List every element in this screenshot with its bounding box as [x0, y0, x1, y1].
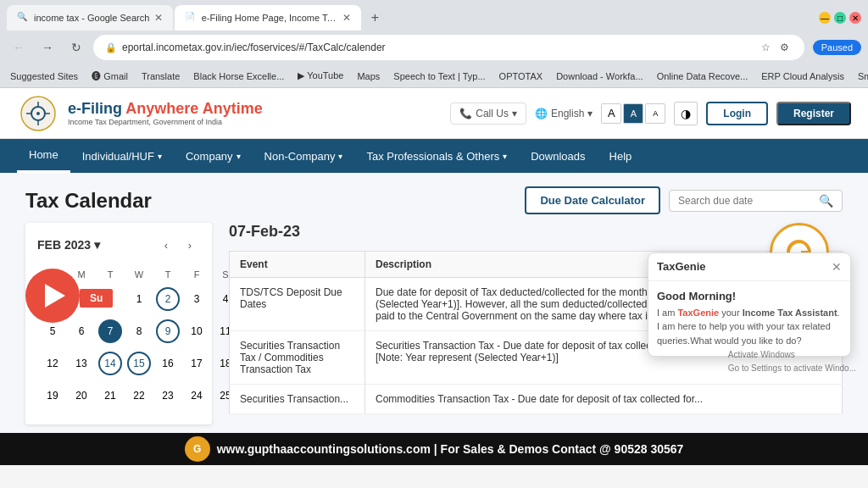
nav-individual-arrow: ▾: [158, 152, 162, 161]
event-cell-1: Securities Transaction Tax / Commodities…: [230, 331, 365, 385]
cal-day-6[interactable]: 6: [68, 316, 95, 347]
nav-noncompany[interactable]: Non-Company ▾: [253, 139, 355, 173]
address-bar[interactable]: 🔒 eportal.incometax.gov.in/iec/foservice…: [93, 35, 804, 60]
calendar-prev-button[interactable]: ‹: [156, 235, 176, 255]
cal-day-22[interactable]: 22: [125, 380, 153, 411]
tab-2-favicon: 📄: [185, 12, 196, 24]
nav-home[interactable]: Home: [17, 139, 70, 173]
search-icon[interactable]: 🔍: [819, 194, 833, 208]
bookmark-star-icon[interactable]: ☆: [759, 40, 774, 55]
calendar-panel: FEB 2023 ▾ ‹ › S M T W: [25, 223, 212, 424]
nav-home-label: Home: [29, 148, 58, 161]
cal-day-17[interactable]: 17: [183, 348, 210, 379]
tab-1[interactable]: 🔍 income tax - Google Search ✕: [7, 5, 173, 30]
nav-company-label: Company: [186, 150, 233, 163]
register-button[interactable]: Register: [776, 102, 851, 125]
taxgenie-brand: TaxGenie: [677, 308, 719, 318]
back-button[interactable]: ←: [7, 36, 31, 59]
cal-day-14[interactable]: 14: [97, 348, 124, 379]
cal-header-t2: T: [154, 267, 181, 282]
cal-day-19[interactable]: 19: [39, 380, 66, 411]
text-size-medium[interactable]: A: [623, 103, 643, 124]
video-play-button[interactable]: [25, 269, 80, 323]
bottom-banner: G www.gupthaaccountingsolutions.com | Fo…: [0, 433, 868, 465]
taxgenie-greeting: Good Morning!: [657, 290, 842, 302]
cal-day-1[interactable]: 1: [125, 284, 153, 314]
nav-help[interactable]: Help: [598, 139, 644, 173]
calendar-month-label[interactable]: FEB 2023 ▾: [37, 238, 100, 252]
nav-downloads[interactable]: Downloads: [519, 139, 597, 173]
extension-icon[interactable]: ⚙: [777, 40, 793, 55]
bookmark-download[interactable]: Download - Workfa...: [553, 69, 647, 83]
search-input[interactable]: [678, 195, 814, 207]
calendar-next-button[interactable]: ›: [180, 235, 200, 255]
cal-day-7[interactable]: 7: [97, 316, 124, 347]
nav-company[interactable]: Company ▾: [174, 139, 253, 173]
nav-individual[interactable]: Individual/HUF ▾: [70, 139, 174, 173]
cal-week-1: 5 6 7 8 9 10 11: [39, 316, 239, 347]
su-button[interactable]: Su: [80, 289, 113, 308]
event-cell-0: TDS/TCS Deposit Due Dates: [230, 278, 365, 331]
text-size-large[interactable]: A: [601, 103, 621, 124]
tab-1-close[interactable]: ✕: [154, 12, 163, 24]
page-title-area: Tax Calendar Due Date Calculator 🔍: [0, 173, 868, 214]
lock-icon: 🔒: [105, 42, 117, 53]
cal-day-9[interactable]: 9: [154, 316, 181, 347]
cal-day-8[interactable]: 8: [125, 316, 153, 347]
bookmark-optotax[interactable]: OPTOTAX: [496, 69, 547, 83]
bookmark-suggested-sites[interactable]: Suggested Sites: [7, 69, 81, 83]
minimize-button[interactable]: —: [819, 12, 831, 24]
tab-2[interactable]: 📄 e-Filing Home Page, Income Tax... ✕: [175, 5, 361, 30]
call-us-button[interactable]: 📞 Call Us ▾: [450, 103, 526, 125]
due-date-calculator-button[interactable]: Due Date Calculator: [525, 186, 660, 214]
call-us-arrow: ▾: [512, 108, 517, 119]
taxgenie-close-button[interactable]: ✕: [832, 260, 842, 274]
taxgenie-body: Good Morning! I am TaxGenie your Income …: [648, 281, 850, 357]
bookmark-smallpdf[interactable]: Smallpdf.com - A Fr...: [854, 69, 868, 83]
taxgenie-popup: TaxGenie ✕ Good Morning! I am TaxGenie y…: [648, 252, 851, 358]
cal-week-3: 19 20 21 22 23 24 25: [39, 380, 239, 411]
new-tab-button[interactable]: +: [363, 6, 387, 30]
activate-windows-notice: Activate Windows Go to Settings to activ…: [728, 348, 856, 375]
page-title: Tax Calendar: [25, 189, 152, 213]
bookmark-online-data[interactable]: Online Data Recove...: [654, 69, 752, 83]
search-box: 🔍: [669, 190, 843, 212]
nav-help-label: Help: [609, 150, 632, 163]
tab-2-close[interactable]: ✕: [342, 12, 351, 24]
cal-day-21[interactable]: 21: [97, 380, 124, 411]
cal-day-15[interactable]: 15: [125, 348, 153, 379]
cal-day-23[interactable]: 23: [154, 380, 181, 411]
login-button[interactable]: Login: [706, 102, 768, 125]
bookmark-erp[interactable]: ERP Cloud Analysis: [758, 69, 848, 83]
bookmark-translate[interactable]: Translate: [138, 69, 183, 83]
close-button[interactable]: ✕: [849, 12, 861, 24]
contrast-button[interactable]: ◑: [674, 102, 698, 125]
bookmark-youtube[interactable]: ▶ YouTube: [294, 69, 347, 83]
calendar-card: FEB 2023 ▾ ‹ › S M T W: [25, 223, 212, 424]
bookmark-maps[interactable]: Maps: [353, 69, 383, 83]
maximize-button[interactable]: □: [834, 12, 846, 24]
tab-1-title: income tax - Google Search: [34, 13, 149, 23]
cal-day-16[interactable]: 16: [154, 348, 181, 379]
logo-text: e-Filing Anywhere Anytime Income Tax Dep…: [68, 100, 263, 126]
bookmark-blackhorse[interactable]: Black Horse Excelle...: [190, 69, 287, 83]
bookmark-gmail[interactable]: 🅖 Gmail: [88, 69, 131, 83]
cal-day-2[interactable]: 2: [154, 284, 181, 314]
reload-button[interactable]: ↻: [64, 36, 88, 59]
cal-day-20[interactable]: 20: [68, 380, 95, 411]
cal-day-3[interactable]: 3: [183, 284, 210, 314]
english-button[interactable]: 🌐 English ▾: [535, 108, 593, 119]
taxgenie-message: I am TaxGenie your Income Tax Assistant.…: [657, 306, 842, 348]
cal-day-24[interactable]: 24: [183, 380, 210, 411]
cal-day-13[interactable]: 13: [68, 348, 95, 379]
text-size-buttons: A A A: [601, 103, 665, 124]
nav-taxprofessionals[interactable]: Tax Professionals & Others ▾: [354, 139, 519, 173]
month-dropdown-arrow: ▾: [94, 238, 100, 252]
paused-button[interactable]: Paused: [813, 40, 861, 55]
forward-button[interactable]: →: [36, 36, 59, 59]
cal-day-10[interactable]: 10: [183, 316, 210, 347]
text-size-small[interactable]: A: [645, 103, 665, 124]
logo-tagline-anywhere: Anywhere Anytime: [125, 100, 262, 117]
bookmark-speech[interactable]: Speech to Text | Typ...: [390, 69, 488, 83]
cal-day-12[interactable]: 12: [39, 348, 66, 379]
